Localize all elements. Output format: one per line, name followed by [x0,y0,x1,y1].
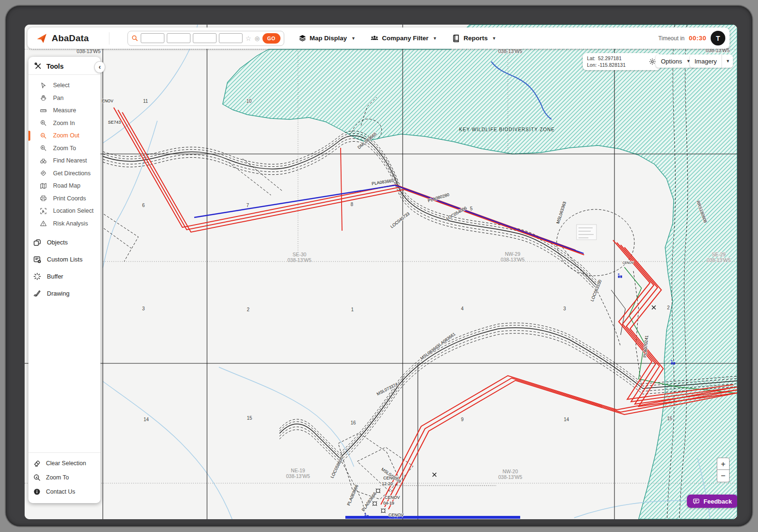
map-display-menu[interactable]: Map Display ▼ [298,34,356,42]
gear-icon[interactable] [649,58,656,65]
tool-item-zoom-out[interactable]: Zoom Out [28,129,100,142]
group-item-objects[interactable]: Objects [28,234,100,251]
tool-label: Print Coords [53,195,86,202]
map-zoom-out-button[interactable]: − [717,470,730,482]
map-sec-label: 15 [667,416,673,421]
favorite-star-icon[interactable]: ☆ [245,35,252,42]
timeout-value: 00:30 [689,35,706,42]
map-sec-label: 4 [461,306,464,311]
tool-item-risk-analysis[interactable]: Risk Analysis [28,217,100,230]
lat-label: Lat: [587,55,596,61]
go-button[interactable]: GO [262,33,280,44]
search-input-2[interactable] [167,33,190,43]
tool-label: Clear Selection [46,460,86,467]
map-feature-label: 04-19 [383,501,394,505]
tool-label: Zoom In [53,120,75,126]
map-zone-label: KEY WILDLIFE BIODIVERSITY ZONE [459,127,555,132]
tool-item-zoom-to[interactable]: Zoom To [28,142,100,155]
warning-triangle-icon [40,220,47,227]
group-item-buffer[interactable]: Buffer [28,268,100,285]
tool-label: Contact Us [46,488,75,495]
tools-panel-title: Tools [46,63,63,70]
search-input-3[interactable] [193,33,217,43]
tool-label: Zoom Out [53,132,80,139]
map-town-label: 038-13'W5 [498,48,523,54]
map-town-label: 038-13'W5 [77,48,101,54]
search-input-1[interactable] [141,33,164,43]
menu-label: Map Display [310,35,347,42]
group-item-custom-lists[interactable]: Custom Lists [28,251,100,268]
options-label: Options [661,58,682,65]
brand-name: AbaData [52,33,89,44]
tool-item-measure[interactable]: Measure [28,104,100,117]
map-sec-label: 2 [667,305,670,310]
tool-item-pan[interactable]: Pan [28,92,100,105]
tools-groups: Objects Custom Lists Buffer Drawing [28,234,100,302]
map-sec-label: 3 [142,306,145,311]
footer-item-contact-us[interactable]: Contact Us [28,485,100,499]
search-input-4[interactable] [219,33,243,43]
tool-label: Select [53,82,70,89]
map-quarter-label: 038-13'W5 [707,257,731,263]
blue-selection-strip [345,516,520,519]
timeout-label: Timeout in [658,35,685,42]
layers-icon [298,34,307,42]
abadata-plane-icon [36,33,47,44]
cursor-icon [40,82,47,89]
tool-label: Buffer [47,273,63,280]
map-sec-label: 8 [351,202,353,207]
map-sec-label: 2 [247,307,250,312]
group-item-drawing[interactable]: Drawing [28,285,100,302]
location-select-icon [40,207,47,215]
tool-item-print-coords[interactable]: Print Coords [28,192,100,205]
binoculars-icon [40,157,47,164]
target-icon[interactable]: ◎ [254,36,260,41]
tool-item-zoom-in[interactable]: Zoom In [28,117,100,130]
collapse-panel-button[interactable]: ‹ [94,61,105,73]
map-icon [40,182,47,189]
topbar-menus: Map Display ▼ Company Filter ▼ Reports ▼ [298,34,496,42]
map-feature-label: CENOV [388,513,404,517]
objects-icon [33,238,41,246]
tool-label: Location Select [53,207,93,214]
tool-item-location-select[interactable]: Location Select [28,205,100,217]
footer-item-zoom-to[interactable]: Zoom To [28,470,100,485]
lon-label: Lon: [587,62,596,68]
topbar-right: Timeout in 00:30 T [658,31,730,45]
tool-label: Objects [47,239,68,246]
imagery-button[interactable]: Imagery ▼ [690,54,733,68]
tools-panel: Tools ‹ Select Pan Measure Zoo [28,57,100,503]
chevron-down-icon: ▼ [433,36,437,41]
zoom-out-icon [40,132,47,139]
tool-label: Find Nearest [53,157,87,164]
footer-item-clear-selection[interactable]: Clear Selection [28,456,100,470]
imagery-label: Imagery [690,58,722,65]
tool-item-select[interactable]: Select [28,79,100,92]
map-quarter-label: 038-13'W5 [288,257,312,263]
zoom-to-arrow-icon [33,474,41,481]
user-avatar[interactable]: T [711,31,725,45]
map-quarter-label: 038-13'W5 [498,474,523,480]
feedback-button[interactable]: Feedback [687,495,737,508]
zoom-to-icon [40,144,47,152]
drawing-icon [33,289,41,298]
coordinates-text: Lat: 52.297181 Lon: -115.828131 [587,55,649,68]
lon-value: -115.828131 [598,62,625,68]
tool-item-find-nearest[interactable]: Find Nearest [28,154,100,167]
map-sec-label: 16 [351,420,356,425]
tool-item-road-map[interactable]: Road Map [28,180,100,192]
map-sec-label: 9 [461,417,464,422]
ruler-icon [40,107,47,114]
company-filter-menu[interactable]: Company Filter ▼ [370,34,437,42]
brand-logo[interactable]: AbaData [27,33,102,44]
map-zoom-in-button[interactable]: + [717,458,730,470]
map-canvas[interactable]: 11106785632143214151691415038-13'W5038-1… [25,25,737,519]
map-sec-label: 15 [247,415,253,421]
tool-label: Pan [53,95,63,101]
imagery-dropdown-segment[interactable]: ▼ [722,54,733,68]
chevron-down-icon: ▼ [351,36,355,41]
reports-menu[interactable]: Reports ▼ [452,34,496,42]
lat-value: 52.297181 [598,55,622,61]
tool-item-get-directions[interactable]: Get Directions [28,167,100,180]
top-bar: AbaData ☆ ◎ GO Map Display ▼ [27,27,730,49]
